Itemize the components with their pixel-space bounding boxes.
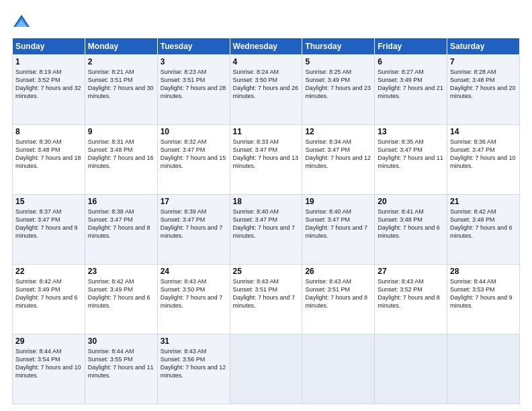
cell-content: Sunrise: 8:31 AMSunset: 3:48 PMDaylight:… (88, 138, 154, 169)
day-number: 4 (233, 57, 300, 66)
calendar-cell: 22 Sunrise: 8:42 AMSunset: 3:49 PMDaylig… (13, 265, 85, 334)
cell-content: Sunrise: 8:42 AMSunset: 3:49 PMDaylight:… (15, 278, 78, 309)
calendar-cell: 23 Sunrise: 8:42 AMSunset: 3:49 PMDaylig… (85, 265, 157, 334)
cell-content: Sunrise: 8:21 AMSunset: 3:51 PMDaylight:… (88, 68, 154, 99)
day-number: 21 (450, 197, 517, 206)
cell-content: Sunrise: 8:27 AMSunset: 3:49 PMDaylight:… (378, 68, 443, 99)
cell-content: Sunrise: 8:43 AMSunset: 3:56 PMDaylight:… (161, 348, 226, 379)
day-number: 15 (15, 197, 82, 206)
cell-content: Sunrise: 8:34 AMSunset: 3:47 PMDaylight:… (305, 138, 371, 169)
cell-content: Sunrise: 8:41 AMSunset: 3:48 PMDaylight:… (378, 208, 440, 239)
week-row-3: 15 Sunrise: 8:37 AMSunset: 3:47 PMDaylig… (13, 195, 520, 265)
day-number: 10 (161, 127, 227, 136)
weekday-wednesday: Wednesday (230, 38, 302, 55)
weekday-sunday: Sunday (13, 38, 85, 55)
weekday-row: SundayMondayTuesdayWednesdayThursdayFrid… (13, 38, 520, 55)
day-number: 26 (305, 267, 371, 276)
day-number: 16 (88, 197, 154, 206)
calendar-cell: 6 Sunrise: 8:27 AMSunset: 3:49 PMDayligh… (375, 55, 447, 125)
calendar-cell: 4 Sunrise: 8:24 AMSunset: 3:50 PMDayligh… (230, 55, 302, 125)
day-number: 7 (450, 57, 517, 66)
day-number: 19 (305, 197, 371, 206)
cell-content: Sunrise: 8:44 AMSunset: 3:55 PMDaylight:… (88, 348, 154, 379)
day-number: 29 (15, 336, 82, 346)
weekday-thursday: Thursday (302, 38, 375, 55)
calendar-cell: 30 Sunrise: 8:44 AMSunset: 3:55 PMDaylig… (85, 334, 157, 404)
logo-icon (12, 12, 31, 31)
week-row-2: 8 Sunrise: 8:30 AMSunset: 3:48 PMDayligh… (13, 125, 520, 195)
day-number: 18 (233, 197, 300, 206)
cell-content: Sunrise: 8:24 AMSunset: 3:50 PMDaylight:… (233, 68, 299, 99)
day-number: 5 (305, 57, 371, 66)
calendar-cell: 9 Sunrise: 8:31 AMSunset: 3:48 PMDayligh… (85, 125, 157, 195)
calendar-cell: 27 Sunrise: 8:43 AMSunset: 3:52 PMDaylig… (375, 265, 447, 334)
calendar-cell: 15 Sunrise: 8:37 AMSunset: 3:47 PMDaylig… (13, 195, 85, 265)
cell-content: Sunrise: 8:43 AMSunset: 3:52 PMDaylight:… (378, 278, 440, 309)
weekday-friday: Friday (375, 38, 447, 55)
day-number: 11 (233, 127, 300, 136)
calendar-cell: 5 Sunrise: 8:25 AMSunset: 3:49 PMDayligh… (302, 55, 375, 125)
calendar-cell (230, 334, 302, 404)
cell-content: Sunrise: 8:37 AMSunset: 3:47 PMDaylight:… (15, 208, 78, 239)
day-number: 27 (378, 267, 444, 276)
cell-content: Sunrise: 8:42 AMSunset: 3:48 PMDaylight:… (450, 208, 513, 239)
cell-content: Sunrise: 8:40 AMSunset: 3:47 PMDaylight:… (305, 208, 367, 239)
calendar-cell: 31 Sunrise: 8:43 AMSunset: 3:56 PMDaylig… (157, 334, 230, 404)
day-number: 25 (233, 267, 300, 276)
weekday-tuesday: Tuesday (157, 38, 230, 55)
day-number: 24 (161, 267, 227, 276)
cell-content: Sunrise: 8:36 AMSunset: 3:47 PMDaylight:… (450, 138, 516, 169)
cell-content: Sunrise: 8:25 AMSunset: 3:49 PMDaylight:… (305, 68, 371, 99)
calendar-cell: 18 Sunrise: 8:40 AMSunset: 3:47 PMDaylig… (230, 195, 302, 265)
calendar-cell: 28 Sunrise: 8:44 AMSunset: 3:53 PMDaylig… (447, 265, 520, 334)
day-number: 13 (378, 127, 444, 136)
page: SundayMondayTuesdayWednesdayThursdayFrid… (0, 0, 532, 411)
cell-content: Sunrise: 8:33 AMSunset: 3:47 PMDaylight:… (233, 138, 299, 169)
calendar-cell: 10 Sunrise: 8:32 AMSunset: 3:47 PMDaylig… (157, 125, 230, 195)
calendar-header: SundayMondayTuesdayWednesdayThursdayFrid… (13, 38, 520, 55)
cell-content: Sunrise: 8:43 AMSunset: 3:50 PMDaylight:… (161, 278, 223, 309)
day-number: 22 (15, 267, 82, 276)
cell-content: Sunrise: 8:23 AMSunset: 3:51 PMDaylight:… (161, 68, 226, 99)
calendar-body: 1 Sunrise: 8:19 AMSunset: 3:52 PMDayligh… (13, 55, 520, 404)
calendar-cell: 11 Sunrise: 8:33 AMSunset: 3:47 PMDaylig… (230, 125, 302, 195)
calendar-cell: 20 Sunrise: 8:41 AMSunset: 3:48 PMDaylig… (375, 195, 447, 265)
cell-content: Sunrise: 8:43 AMSunset: 3:51 PMDaylight:… (305, 278, 367, 309)
calendar-cell: 26 Sunrise: 8:43 AMSunset: 3:51 PMDaylig… (302, 265, 375, 334)
logo (12, 12, 34, 31)
day-number: 17 (161, 197, 227, 206)
day-number: 20 (378, 197, 444, 206)
calendar-cell: 14 Sunrise: 8:36 AMSunset: 3:47 PMDaylig… (447, 125, 520, 195)
header (12, 12, 520, 31)
calendar-cell: 2 Sunrise: 8:21 AMSunset: 3:51 PMDayligh… (85, 55, 157, 125)
cell-content: Sunrise: 8:28 AMSunset: 3:48 PMDaylight:… (450, 68, 516, 99)
calendar-cell: 21 Sunrise: 8:42 AMSunset: 3:48 PMDaylig… (447, 195, 520, 265)
day-number: 9 (88, 127, 154, 136)
day-number: 3 (161, 57, 227, 66)
weekday-saturday: Saturday (447, 38, 520, 55)
cell-content: Sunrise: 8:19 AMSunset: 3:52 PMDaylight:… (15, 68, 81, 99)
calendar-cell: 19 Sunrise: 8:40 AMSunset: 3:47 PMDaylig… (302, 195, 375, 265)
calendar-cell: 29 Sunrise: 8:44 AMSunset: 3:54 PMDaylig… (13, 334, 85, 404)
day-number: 8 (15, 127, 82, 136)
day-number: 14 (450, 127, 517, 136)
weekday-monday: Monday (85, 38, 157, 55)
calendar-cell: 13 Sunrise: 8:35 AMSunset: 3:47 PMDaylig… (375, 125, 447, 195)
week-row-1: 1 Sunrise: 8:19 AMSunset: 3:52 PMDayligh… (13, 55, 520, 125)
cell-content: Sunrise: 8:44 AMSunset: 3:53 PMDaylight:… (450, 278, 513, 309)
cell-content: Sunrise: 8:40 AMSunset: 3:47 PMDaylight:… (233, 208, 296, 239)
cell-content: Sunrise: 8:30 AMSunset: 3:48 PMDaylight:… (15, 138, 81, 169)
cell-content: Sunrise: 8:43 AMSunset: 3:51 PMDaylight:… (233, 278, 296, 309)
calendar: SundayMondayTuesdayWednesdayThursdayFrid… (12, 38, 520, 404)
calendar-cell: 25 Sunrise: 8:43 AMSunset: 3:51 PMDaylig… (230, 265, 302, 334)
day-number: 1 (15, 57, 82, 66)
calendar-cell: 8 Sunrise: 8:30 AMSunset: 3:48 PMDayligh… (13, 125, 85, 195)
day-number: 31 (161, 336, 227, 346)
calendar-cell (375, 334, 447, 404)
day-number: 12 (305, 127, 371, 136)
cell-content: Sunrise: 8:32 AMSunset: 3:47 PMDaylight:… (161, 138, 226, 169)
cell-content: Sunrise: 8:39 AMSunset: 3:47 PMDaylight:… (161, 208, 223, 239)
calendar-cell (302, 334, 375, 404)
calendar-cell: 3 Sunrise: 8:23 AMSunset: 3:51 PMDayligh… (157, 55, 230, 125)
cell-content: Sunrise: 8:35 AMSunset: 3:47 PMDaylight:… (378, 138, 443, 169)
